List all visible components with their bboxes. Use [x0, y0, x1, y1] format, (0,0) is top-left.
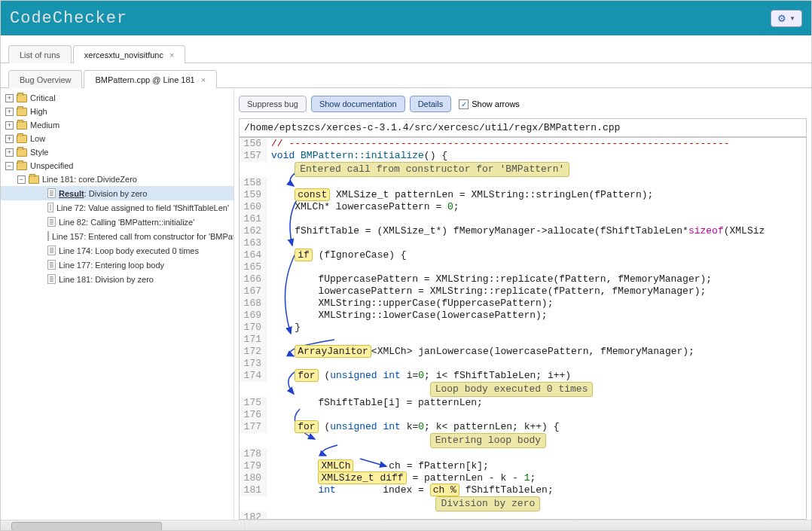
- folder-icon: [29, 175, 39, 184]
- suppress-bug-button[interactable]: Suppress bug: [239, 96, 307, 112]
- document-icon: [47, 217, 56, 227]
- line-number: 172: [240, 346, 267, 358]
- code-text: fUppercasePattern = XMLString::replicate…: [267, 273, 712, 285]
- code-text: for (unsigned int k=0; k< patternLen; k+…: [267, 421, 560, 433]
- tree-category[interactable]: +High: [1, 105, 234, 118]
- code-line: 172 ArrayJanitor<XMLCh> janLowercase(low…: [240, 346, 806, 358]
- tree-step[interactable]: Line 181: Division by zero: [1, 272, 234, 286]
- close-icon[interactable]: ×: [169, 50, 174, 60]
- line-number: 165: [240, 261, 267, 273]
- tree-step[interactable]: Line 72: Value assigned to field 'fShift…: [1, 200, 234, 215]
- code-line: 157void BMPattern::initialize() {: [240, 150, 806, 162]
- expand-icon[interactable]: +: [5, 94, 14, 102]
- tree-label: High: [30, 107, 47, 116]
- code-line: 169 XMLString::lowerCase(lowercasePatter…: [240, 310, 806, 322]
- tree-category[interactable]: +Medium: [1, 118, 234, 132]
- tree-bug[interactable]: −Line 181: core.DivideZero: [1, 172, 234, 186]
- tree-category[interactable]: +Style: [1, 145, 234, 159]
- tree-label: Line 181: core.DivideZero: [42, 175, 137, 184]
- tab-label: xercesxtu_novisitfunc: [84, 50, 163, 60]
- tree-category[interactable]: +Low: [1, 132, 234, 145]
- line-number: 156: [240, 138, 267, 150]
- line-number: 163: [240, 237, 267, 249]
- folder-icon: [17, 94, 27, 102]
- code-line: 179 XMLCh ch = fPattern[k];: [240, 460, 806, 472]
- code-text: ArrayJanitor<XMLCh> janLowercase(lowerca…: [267, 346, 694, 358]
- tree-category[interactable]: +Critical: [1, 91, 234, 105]
- tree-step[interactable]: Line 157: Entered call from constructor …: [1, 229, 234, 243]
- show-documentation-button[interactable]: Show documentation: [311, 96, 405, 112]
- expand-icon[interactable]: +: [5, 135, 14, 143]
- tree-label: Low: [30, 134, 45, 143]
- code-line: 164 if (fIgnoreCase) {: [240, 249, 806, 261]
- details-button[interactable]: Details: [410, 96, 452, 112]
- tree-step[interactable]: Result: Division by zero: [1, 186, 234, 200]
- code-text: if (fIgnoreCase) {: [267, 249, 407, 261]
- line-number: 166: [240, 273, 267, 285]
- line-number: 171: [240, 334, 267, 346]
- collapse-icon[interactable]: −: [17, 175, 26, 184]
- close-icon[interactable]: ×: [201, 75, 206, 84]
- folder-icon: [17, 135, 27, 143]
- code-line: 177 for (unsigned int k=0; k< patternLen…: [240, 421, 806, 433]
- document-icon: [47, 203, 53, 212]
- tree-label: Line 174: Loop body executed 0 times: [59, 246, 199, 255]
- line-number: 173: [240, 358, 267, 370]
- tree-label: Line 157: Entered call from constructor …: [52, 232, 234, 241]
- line-number: 182: [240, 511, 267, 520]
- folder-icon: [17, 121, 27, 130]
- line-number: 157: [240, 150, 267, 162]
- line-number: 169: [240, 310, 267, 322]
- tree-category[interactable]: −Unspecified: [1, 159, 234, 172]
- code-text: XMLString::upperCase(fUppercasePattern);: [267, 298, 553, 310]
- collapse-icon[interactable]: −: [5, 162, 14, 170]
- tab[interactable]: BMPattern.cpp @ Line 181×: [84, 70, 217, 88]
- code-text: XMLString::lowerCase(lowercasePattern);: [267, 310, 548, 322]
- code-line: 159 const XMLSize_t patternLen = XMLStri…: [240, 189, 806, 201]
- bottom-scrollbar[interactable]: [1, 520, 811, 531]
- tab[interactable]: Bug Overview: [8, 70, 82, 88]
- tree-step[interactable]: Line 82: Calling 'BMPattern::initialize': [1, 215, 234, 229]
- tree-label: Style: [30, 148, 48, 157]
- show-arrows-toggle[interactable]: ✓ Show arrows: [459, 99, 520, 109]
- expand-icon[interactable]: +: [5, 148, 14, 157]
- line-number: 170: [240, 322, 267, 334]
- code-viewer[interactable]: 156// ----------------------------------…: [239, 137, 807, 520]
- header-bar: CodeChecker ⚙ ▼: [1, 1, 811, 35]
- tab-label: BMPattern.cpp @ Line 181: [95, 75, 194, 84]
- line-number: 180: [240, 472, 267, 484]
- expand-icon[interactable]: +: [5, 108, 14, 116]
- document-icon: [47, 231, 49, 241]
- code-line: 180 XMLSize_t diff = patternLen - k - 1;: [240, 472, 806, 484]
- line-number: 164: [240, 249, 267, 261]
- chevron-down-icon: ▼: [789, 15, 795, 22]
- line-number: 177: [240, 421, 267, 433]
- code-text: for (unsigned int i=0; i< fShiftTableLen…: [267, 370, 571, 382]
- tree-step[interactable]: Line 177: Entering loop body: [1, 258, 234, 272]
- gear-icon: ⚙: [777, 13, 786, 24]
- tree-step[interactable]: Line 174: Loop body executed 0 times: [1, 243, 234, 258]
- line-number: 161: [240, 213, 267, 225]
- code-line: 170 }: [240, 322, 806, 334]
- code-line: 175 fShiftTable[i] = patternLen;: [240, 397, 806, 409]
- folder-icon: [17, 108, 27, 116]
- tree-label: Unspecified: [30, 161, 73, 170]
- code-text: }: [267, 322, 301, 334]
- tab[interactable]: List of runs: [8, 45, 72, 63]
- code-line: 171: [240, 334, 806, 346]
- code-line: 178: [240, 448, 806, 460]
- code-line: 160 XMLCh* lowercasePattern = 0;: [240, 201, 806, 213]
- config-button[interactable]: ⚙ ▼: [771, 10, 802, 27]
- tree-label: Line 82: Calling 'BMPattern::initialize': [59, 218, 194, 227]
- analysis-annotation: Entering loop body: [430, 433, 546, 448]
- line-number: 159: [240, 189, 267, 201]
- code-text: void BMPattern::initialize() {: [267, 150, 447, 162]
- tree-label: Medium: [30, 121, 60, 130]
- code-text: lowercasePattern = XMLString::replicate(…: [267, 285, 706, 298]
- tab[interactable]: xercesxtu_novisitfunc×: [73, 45, 186, 63]
- expand-icon[interactable]: +: [5, 121, 14, 130]
- bug-tree: +Critical+High+Medium+Low+Style−Unspecif…: [1, 88, 234, 520]
- code-text: XMLSize_t diff = patternLen - k - 1;: [267, 472, 536, 484]
- code-text: XMLCh* lowercasePattern = 0;: [267, 201, 459, 213]
- line-number: 175: [240, 397, 267, 409]
